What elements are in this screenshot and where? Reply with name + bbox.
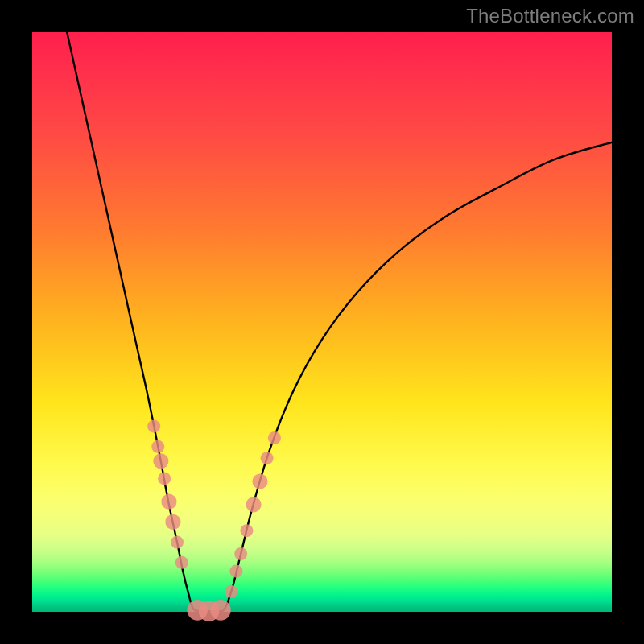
watermark-text: TheBottleneck.com xyxy=(466,5,634,27)
data-marker xyxy=(261,452,274,464)
data-marker xyxy=(158,472,171,485)
chart-frame: TheBottleneck.com xyxy=(0,0,644,644)
data-marker xyxy=(165,514,180,530)
data-marker xyxy=(153,453,168,469)
data-marker xyxy=(147,420,160,433)
data-marker xyxy=(171,536,184,549)
plot-area xyxy=(32,32,612,612)
data-marker xyxy=(161,494,176,510)
data-marker xyxy=(234,547,247,560)
data-marker xyxy=(246,497,261,512)
marker-group xyxy=(147,420,281,621)
data-marker xyxy=(225,585,237,598)
bottleneck-curve xyxy=(67,32,612,611)
data-marker xyxy=(240,524,253,537)
data-marker xyxy=(151,440,164,453)
data-marker xyxy=(210,600,231,621)
data-marker xyxy=(268,431,281,444)
data-marker xyxy=(252,473,267,489)
data-marker xyxy=(229,565,242,578)
data-marker xyxy=(175,556,188,569)
curve-svg xyxy=(32,32,612,612)
